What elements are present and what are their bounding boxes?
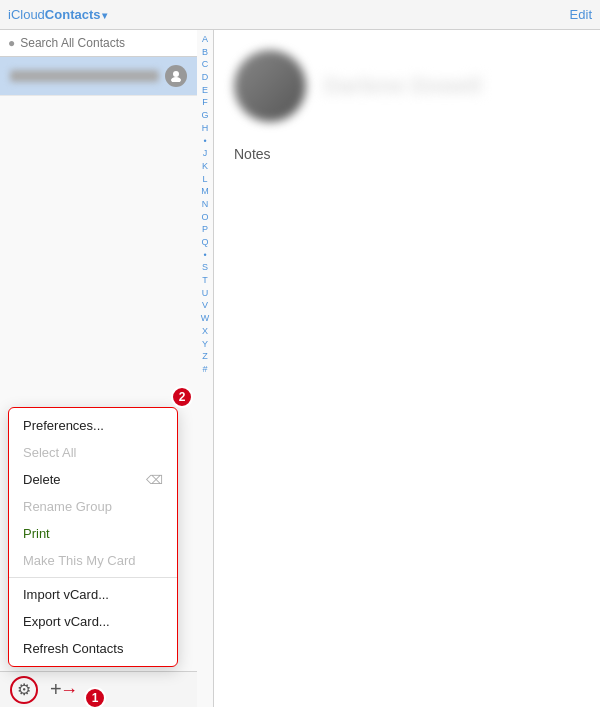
search-icon: ● [8,36,15,50]
detail-panel: Darlene Dowell Notes [214,30,600,707]
arrow-indicator: → 1 [60,680,78,701]
contact-photo [234,50,306,122]
search-input[interactable] [20,36,189,50]
svg-point-0 [173,71,179,77]
alpha-letter-u[interactable]: U [202,288,209,300]
alpha-letter-o[interactable]: O [201,212,208,224]
contact-header: Darlene Dowell [234,50,580,122]
menu-item-rename-group: Rename Group [9,493,177,520]
menu-item-print[interactable]: Print [9,520,177,547]
alpha-letter-n[interactable]: N [202,199,209,211]
dropdown-arrow-icon[interactable]: ▾ [102,10,107,21]
alpha-letter-b[interactable]: B [202,47,208,59]
context-menu: 2 Preferences... Select All Delete ⌫ Ren… [8,407,178,667]
menu-item-export-vcard[interactable]: Export vCard... [9,608,177,635]
right-arrow-icon: → [60,680,78,700]
sidebar-inner: ● 2 Preferences... [0,30,197,707]
alpha-letter-j[interactable]: J [203,148,208,160]
alpha-letter-t[interactable]: T [202,275,208,287]
alpha-letter-a[interactable]: A [202,34,208,46]
alpha-letter-•[interactable]: • [203,250,206,262]
svg-point-1 [171,77,181,82]
alpha-letter-y[interactable]: Y [202,339,208,351]
alpha-letter-•[interactable]: • [203,136,206,148]
alpha-letter-k[interactable]: K [202,161,208,173]
alpha-letter-m[interactable]: M [201,186,209,198]
gear-button[interactable]: ⚙ [10,676,38,704]
alpha-index: ABCDEFGH•JKLMNOPQ•STUVWXYZ# [197,30,213,707]
main-content: ● 2 Preferences... [0,30,600,707]
search-bar: ● [0,30,197,57]
alpha-letter-g[interactable]: G [201,110,208,122]
alpha-letter-f[interactable]: F [202,97,208,109]
alpha-letter-#[interactable]: # [202,364,207,376]
alpha-letter-z[interactable]: Z [202,351,208,363]
contacts-label[interactable]: Contacts▾ [45,7,108,22]
alpha-letter-d[interactable]: D [202,72,209,84]
alpha-letter-p[interactable]: P [202,224,208,236]
alpha-letter-x[interactable]: X [202,326,208,338]
plus-wrapper: + → 1 [42,678,62,701]
avatar [165,65,187,87]
alpha-letter-s[interactable]: S [202,262,208,274]
sidebar-bottom-bar: ⚙ + → 1 [0,671,197,707]
menu-divider [9,577,177,578]
badge-1: 1 [84,687,106,707]
badge-2: 2 [171,386,193,408]
menu-item-refresh[interactable]: Refresh Contacts [9,635,177,662]
sidebar-panel: ● 2 Preferences... [0,30,214,707]
gear-wrapper: ⚙ [10,676,38,704]
top-bar: iCloud Contacts▾ Edit [0,0,600,30]
menu-item-make-my-card: Make This My Card [9,547,177,574]
alpha-letter-e[interactable]: E [202,85,208,97]
gear-red-outline: ⚙ [10,676,38,704]
menu-item-import-vcard[interactable]: Import vCard... [9,581,177,608]
alpha-letter-q[interactable]: Q [201,237,208,249]
menu-item-delete[interactable]: Delete ⌫ [9,466,177,493]
alpha-letter-h[interactable]: H [202,123,209,135]
edit-button[interactable]: Edit [570,7,592,22]
alpha-letter-c[interactable]: C [202,59,209,71]
delete-icon: ⌫ [146,473,163,487]
contact-name-blurred [10,70,159,82]
alpha-letter-v[interactable]: V [202,300,208,312]
notes-label: Notes [234,146,580,162]
contact-list-item[interactable] [0,57,197,96]
gear-icon: ⚙ [17,680,31,699]
menu-item-preferences[interactable]: Preferences... [9,412,177,439]
avatar-photo-inner [234,50,306,122]
icloud-label: iCloud [8,7,45,22]
alpha-letter-w[interactable]: W [201,313,210,325]
alpha-letter-l[interactable]: L [202,174,207,186]
contact-full-name: Darlene Dowell [324,73,482,99]
menu-item-select-all: Select All [9,439,177,466]
